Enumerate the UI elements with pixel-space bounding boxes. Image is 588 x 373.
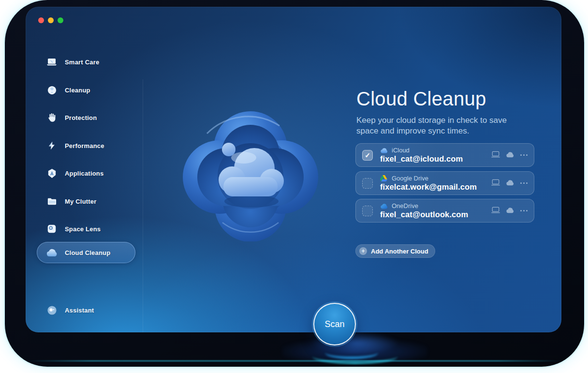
minimize-button[interactable] <box>48 17 54 23</box>
sidebar-item-label: Space Lens <box>65 225 101 233</box>
more-options-icon[interactable] <box>520 210 528 211</box>
icloud-cloud-icon <box>380 147 388 154</box>
lens-icon <box>45 223 58 235</box>
icloud-checkbox[interactable]: ✓ <box>362 150 373 161</box>
account-row-icloud[interactable]: ✓ iCloud fixel_cat@icloud.com <box>355 143 534 167</box>
synced-to-mac-icon[interactable] <box>491 151 500 160</box>
google-drive-checkbox[interactable]: ✓ <box>362 178 373 189</box>
add-another-cloud-button[interactable]: + Add Another Cloud <box>355 244 435 258</box>
sidebar-item-performance[interactable]: Performance <box>37 135 135 156</box>
cloud-status-icon[interactable] <box>506 207 514 215</box>
page-subtitle: Keep your cloud storage in check to save… <box>356 115 523 136</box>
add-another-cloud-label: Add Another Cloud <box>371 248 428 255</box>
sidebar-item-assistant[interactable]: Assistant <box>37 299 135 321</box>
sidebar-item-cleanup[interactable]: Cleanup <box>37 79 135 101</box>
sidebar-item-label: Performance <box>65 142 104 149</box>
account-row-onedrive[interactable]: ✓ OneDrive fixel_cat@outlook.com <box>355 199 534 223</box>
sidebar-item-protection[interactable]: Protection <box>37 107 135 128</box>
sidebar-item-label: Cleanup <box>65 87 90 94</box>
hand-icon <box>45 111 58 124</box>
provider-name: Google Drive <box>392 175 428 182</box>
onedrive-checkbox[interactable]: ✓ <box>362 206 373 216</box>
check-icon: ✓ <box>365 152 370 159</box>
marketing-backdrop: Smart Care Cleanup Protection Performanc… <box>5 0 584 367</box>
orb-icon <box>45 84 58 96</box>
folder-icon <box>45 195 58 208</box>
more-options-icon[interactable] <box>520 154 528 156</box>
sidebar-item-smart-care[interactable]: Smart Care <box>37 51 135 73</box>
cloud-icon <box>45 246 58 259</box>
cloud-status-icon[interactable] <box>506 179 514 188</box>
close-button[interactable] <box>38 17 44 23</box>
provider-name: OneDrive <box>392 202 418 209</box>
cloud-hero-illustration <box>180 111 321 241</box>
app-window: Smart Care Cleanup Protection Performanc… <box>26 7 561 332</box>
sidebar-item-label: Applications <box>65 170 103 177</box>
account-row-google-drive[interactable]: ✓ Google Drive fixelcat.work@gmail.com <box>355 171 534 195</box>
sidebar-item-cloud-cleanup[interactable]: Cloud Cleanup <box>37 242 135 263</box>
zoom-button[interactable] <box>58 17 63 23</box>
sidebar-item-my-clutter[interactable]: My Clutter <box>37 191 135 212</box>
synced-to-mac-icon[interactable] <box>491 179 500 188</box>
sidebar-item-label: My Clutter <box>65 198 97 205</box>
account-email: fixel_cat@icloud.com <box>380 154 463 164</box>
account-email: fixelcat.work@gmail.com <box>380 182 477 192</box>
scan-button[interactable]: Scan <box>313 303 356 345</box>
onedrive-cloud-icon <box>380 203 388 209</box>
laptop-sparkle-icon <box>45 56 58 68</box>
lightning-icon <box>45 139 58 152</box>
google-drive-icon <box>380 175 388 182</box>
sidebar-item-applications[interactable]: Applications <box>37 163 135 184</box>
provider-name: iCloud <box>392 147 410 154</box>
sidebar-item-label: Protection <box>65 114 97 121</box>
page-title: Cloud Cleanup <box>356 88 486 110</box>
app-badge-icon <box>45 167 58 179</box>
backdrop-glow-line <box>27 360 562 361</box>
sidebar-item-space-lens[interactable]: Space Lens <box>37 218 135 239</box>
assistant-orb-icon <box>45 304 58 316</box>
window-controls <box>38 17 63 23</box>
sidebar-divider <box>143 79 143 332</box>
cloud-status-icon[interactable] <box>506 151 514 160</box>
plus-icon: + <box>359 247 367 255</box>
sidebar-item-label: Smart Care <box>65 59 99 66</box>
more-options-icon[interactable] <box>520 182 528 184</box>
sidebar-item-label: Assistant <box>65 307 94 314</box>
sidebar-item-label: Cloud Cleanup <box>65 249 110 256</box>
account-email: fixel_cat@outlook.com <box>380 210 468 219</box>
synced-to-mac-icon[interactable] <box>491 207 500 215</box>
scan-reflection-cyan <box>312 349 397 364</box>
